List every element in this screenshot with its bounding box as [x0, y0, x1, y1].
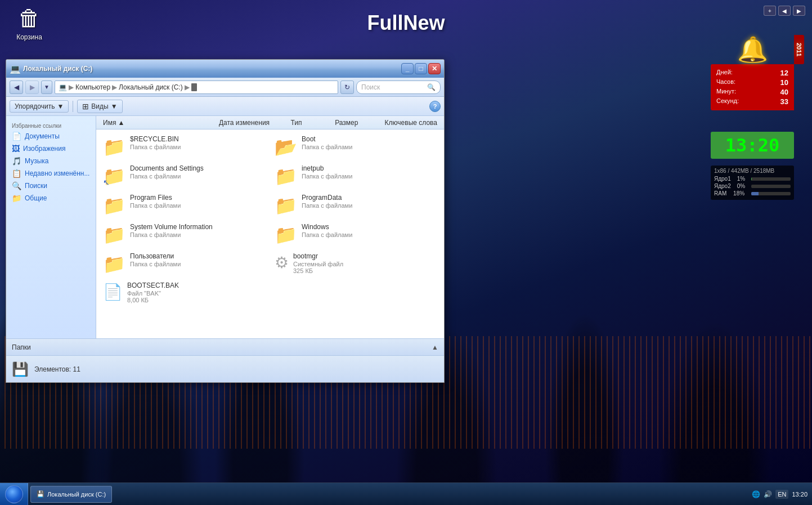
maximize-button[interactable]: □ — [415, 63, 427, 74]
minutes-row: Минут: 40 — [716, 88, 788, 96]
refresh-button[interactable]: ↻ — [340, 81, 354, 94]
folders-label: Папки — [12, 343, 31, 351]
search-bar[interactable]: Поиск 🔍 — [356, 81, 441, 94]
hours-row: Часов: 10 — [716, 78, 788, 87]
title-bar-left: 💻 Локальный диск (C:) — [10, 64, 92, 74]
file-item-inetpub[interactable]: 📁 inetpub Папка с файлами — [270, 161, 442, 190]
start-button[interactable] — [0, 483, 28, 506]
items-count: Элементов: 11 — [34, 365, 80, 373]
taskbar-item-icon: 💾 — [37, 490, 44, 498]
ram-row: RAM 18% — [714, 190, 791, 196]
days-row: Дней: 12 — [716, 69, 788, 77]
file-item-bootmgr-size: 325 КБ — [293, 267, 437, 274]
sound-tray-icon[interactable]: 🔊 — [764, 490, 772, 498]
network-tray-icon[interactable]: 🌐 — [752, 490, 760, 498]
minutes-label: Минут: — [716, 88, 736, 96]
sidebar-item-images[interactable]: 🖼 Изображения — [6, 142, 96, 155]
recycle-bin-graphic: 🗑 — [18, 6, 41, 31]
sidebar-item-recent[interactable]: 📋 Недавно изменённ... — [6, 167, 96, 180]
clock-tray[interactable]: 13:20 — [792, 491, 807, 498]
file-item-program-files-info: Program Files Папка с файлами — [130, 194, 266, 209]
ram-bar-fill — [751, 192, 759, 195]
taskbar-item-explorer[interactable]: 💾 Локальный диск (C:) — [30, 486, 112, 503]
sidebar: Избранные ссылки 📄 Документы 🖼 Изображен… — [6, 116, 96, 338]
ram-label: RAM — [714, 190, 726, 196]
core2-value: 0% — [737, 183, 745, 189]
inetpub-icon: 📁 — [275, 166, 297, 187]
path-bar[interactable]: 💻 ▶ Компьютер ▶ Локальный диск (C:) ▶ — [55, 81, 338, 94]
file-item-bootmgr[interactable]: ⚙ bootmgr Системный файл 325 КБ — [270, 249, 442, 278]
program-data-icon: 📁 — [275, 195, 297, 216]
file-item-program-files[interactable]: 📁 Program Files Папка с файлами — [98, 190, 270, 220]
file-item-boot[interactable]: 📂 Boot Папка с файлами — [270, 132, 442, 161]
nav-plus-button[interactable]: + — [764, 6, 776, 16]
sidebar-item-public[interactable]: 📁 Общие — [6, 192, 96, 204]
docs-settings-icon: 📁 ↖ — [103, 166, 125, 187]
sidebar-item-music[interactable]: 🎵 Музыка — [6, 155, 96, 167]
taskbar-item-label: Локальный диск (C:) — [47, 491, 106, 498]
close-button[interactable]: ✕ — [428, 63, 441, 74]
up-button[interactable]: ▼ — [41, 81, 52, 94]
folders-collapse-button[interactable]: ▲ — [432, 343, 438, 351]
col-kw-header[interactable]: Ключевые слова — [380, 119, 442, 127]
file-item-users-type: Папка с файлами — [130, 261, 266, 267]
forward-button[interactable]: ▶ — [25, 81, 39, 94]
file-item-inetpub-name: inetpub — [302, 164, 437, 172]
file-item-windows-info: Windows Папка с файлами — [302, 223, 437, 238]
taskbar: 💾 Локальный диск (C:) 🌐 🔊 EN 13:20 — [0, 482, 812, 505]
file-item-program-data[interactable]: 📁 ProgramData Папка с файлами — [270, 190, 442, 220]
core1-bar-fill — [751, 177, 752, 181]
views-label: Виды — [91, 102, 108, 110]
column-headers: Имя ▲ Дата изменения Тип Размер Ключевые… — [96, 116, 444, 129]
file-item-recycle-info: $RECYCLE.BIN Папка с файлами — [130, 135, 266, 150]
sort-arrow: ▲ — [118, 119, 124, 127]
file-item-users[interactable]: 📁 Пользователи Папка с файлами — [98, 249, 270, 278]
sidebar-item-documents[interactable]: 📄 Документы — [6, 130, 96, 142]
file-item-recycle[interactable]: 📁 $RECYCLE.BIN Папка с файлами — [98, 132, 270, 161]
explorer-window: 💻 Локальный диск (C:) _ □ ✕ ◀ ▶ ▼ 💻 ▶ Ко… — [6, 59, 445, 383]
seconds-row: Секунд: 33 — [716, 97, 788, 106]
file-item-docs-name: Documents and Settings — [130, 164, 266, 172]
title-bar: 💻 Локальный диск (C:) _ □ ✕ — [6, 60, 444, 78]
file-item-bootmgr-info: bootmgr Системный файл 325 КБ — [293, 252, 437, 274]
disk-icon: 💾 — [12, 361, 29, 377]
documents-icon: 📄 — [12, 132, 21, 141]
col-name-header[interactable]: Имя ▲ — [98, 119, 214, 127]
tray-time: 13:20 — [792, 491, 807, 498]
col-size-header[interactable]: Размер — [330, 119, 380, 127]
file-item-empty — [270, 278, 442, 307]
sidebar-item-music-label: Музыка — [25, 157, 48, 165]
file-item-sysvolinfo-name: System Volume Information — [130, 223, 266, 231]
nav-back-button[interactable]: ◀ — [778, 6, 791, 16]
program-files-icon: 📁 — [103, 195, 125, 216]
file-item-bootsect-size: 8,00 КБ — [127, 297, 266, 303]
views-button[interactable]: ⊞ Виды ▼ — [77, 100, 122, 113]
file-item-program-files-name: Program Files — [130, 194, 266, 202]
minimize-button[interactable]: _ — [401, 63, 414, 74]
sidebar-item-searches[interactable]: 🔍 Поиски — [6, 180, 96, 192]
file-item-docs-settings[interactable]: 📁 ↖ Documents and Settings Папка с файла… — [98, 161, 270, 190]
taskbar-items: 💾 Локальный диск (C:) — [28, 486, 747, 503]
nav-forward-button[interactable]: ▶ — [793, 6, 805, 16]
calendar-widget: 🔔 2011 Дней: 12 Часов: 10 Минут: 40 Секу… — [711, 35, 794, 110]
file-item-program-data-name: ProgramData — [302, 194, 437, 202]
organize-button[interactable]: Упорядочить ▼ — [10, 100, 69, 113]
language-indicator[interactable]: EN — [775, 490, 788, 499]
sidebar-item-searches-label: Поиски — [25, 182, 47, 190]
col-type-header[interactable]: Тип — [286, 119, 331, 127]
file-item-windows-type: Папка с файлами — [302, 231, 437, 238]
images-icon: 🖼 — [12, 144, 20, 153]
hours-label: Часов: — [716, 78, 735, 87]
back-button[interactable]: ◀ — [10, 81, 23, 94]
help-button[interactable]: ? — [429, 101, 441, 112]
title-bar-icon: 💻 — [10, 64, 21, 74]
file-item-docs-info: Documents and Settings Папка с файлами — [130, 164, 266, 180]
bell-decoration: 🔔 2011 — [711, 35, 794, 64]
col-date-header[interactable]: Дата изменения — [214, 119, 286, 127]
window-controls: _ □ ✕ — [401, 63, 441, 74]
recycle-bin-icon[interactable]: 🗑 Корзина — [11, 6, 47, 41]
file-item-windows[interactable]: 📁 Windows Папка с файлами — [270, 220, 442, 249]
file-item-sysvolinfo[interactable]: 📁 System Volume Information Папка с файл… — [98, 220, 270, 249]
file-item-bootsect[interactable]: 📄 BOOTSECT.BAK Файл "BAK" 8,00 КБ — [98, 278, 270, 307]
core1-row: Ядро1 1% — [714, 176, 791, 182]
